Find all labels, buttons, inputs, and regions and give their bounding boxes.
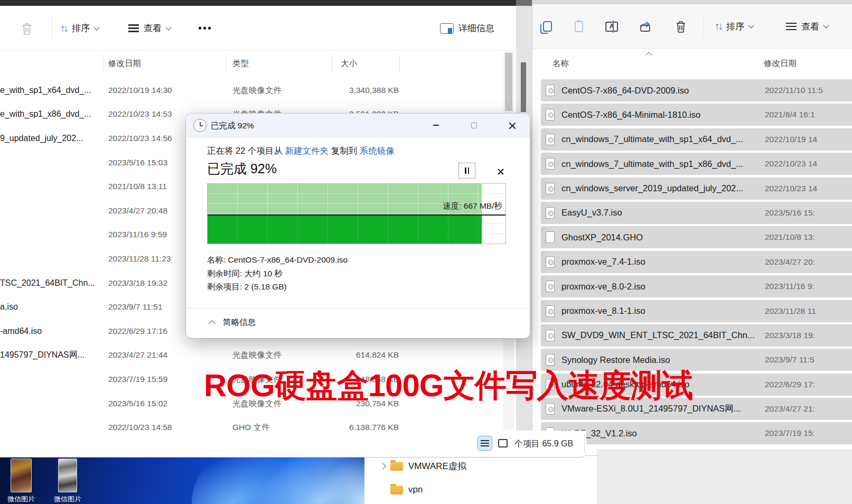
column-header-date[interactable]: 修改日期 <box>108 58 141 69</box>
left-scrollbar-thumb[interactable] <box>505 53 512 111</box>
selected-file-row[interactable]: proxmox-ve_8.0-2.iso2023/11/16 9: <box>541 275 852 297</box>
sort-arrows-icon: ↑↓ <box>715 21 722 32</box>
file-name: Synology Restore Media.iso <box>561 355 766 365</box>
toolbar-divider <box>52 17 53 40</box>
file-date: 2023/5/16 15: <box>765 208 815 218</box>
sort-button[interactable]: ↑↓ 排序 <box>715 4 753 49</box>
copy-icon <box>543 21 552 32</box>
column-header-type[interactable]: 类型 <box>232 58 249 69</box>
tree-item-vpn[interactable]: vpn <box>390 484 423 495</box>
close-button[interactable] <box>500 114 524 137</box>
selected-file-row[interactable]: CentOS-7-x86_64-Minimal-1810.iso2021/8/4… <box>541 104 852 126</box>
details-view-toggle-button[interactable] <box>495 436 510 451</box>
window-top-edge <box>0 0 516 6</box>
selected-file-row[interactable]: CentOS-7-x86_64-DVD-2009.iso2022/11/10 1… <box>541 79 852 101</box>
desktop-icon-wechat-image-1[interactable]: 微信图片 <box>1 459 41 504</box>
pause-button[interactable] <box>458 163 475 179</box>
view-button[interactable]: 查看 <box>128 6 171 51</box>
file-date: 2022/6/29 17: <box>765 380 815 389</box>
table-row[interactable]: e_with_sp1_x64_dvd_...2022/10/19 14:30光盘… <box>0 78 516 102</box>
file-date: 2022/10/23 14:56 <box>108 134 172 143</box>
selected-file-row[interactable]: SW_DVD9_WIN_ENT_LTSC_2021_64BIT_Chn...20… <box>541 324 852 347</box>
table-row[interactable]: 1495797_DIYNAS网...2023/4/27 21:44光盘映像文件6… <box>0 343 516 368</box>
file-name: GhostXP_2014.GHO <box>561 232 766 242</box>
copy-progress-dialog: 已完成 92% 正在将 22 个项目从 新建文件夹 复制到 系统镜像 已完成 9… <box>186 114 530 338</box>
disc-image-icon <box>546 109 555 120</box>
selected-file-row[interactable]: cn_windows_server_2019_updated_july_202.… <box>541 178 852 200</box>
destination-folder-link[interactable]: 系统镜像 <box>360 146 395 155</box>
file-size: 6,138,776 KB <box>314 423 399 431</box>
file-date: 2023/7/19 15: <box>765 428 815 438</box>
chevron-down-icon <box>748 22 754 28</box>
close-icon <box>509 122 516 129</box>
file-date: 2023/11/16 9: <box>765 282 814 291</box>
list-view-icon <box>481 443 489 444</box>
more-options-button[interactable]: ••• <box>198 6 212 51</box>
window-gap-top <box>516 0 532 6</box>
selected-file-row[interactable]: cn_windows_7_ultimate_with_sp1_x64_dvd_.… <box>541 128 852 151</box>
tree-item-vmware[interactable]: VMWARE虚拟 <box>380 460 466 472</box>
background-scrollbar-thumb[interactable] <box>521 62 526 112</box>
file-date: 2023/4/27 21:44 <box>108 350 167 360</box>
file-date: 2022/10/23 14:53 <box>108 109 172 119</box>
file-date: 2022/11/10 11:5 <box>765 86 823 95</box>
selected-file-row[interactable]: WePE_32_V1.2.iso2023/7/19 15: <box>541 422 852 444</box>
selected-file-row[interactable]: proxmox-ve_7.4-1.iso2023/4/27 20: <box>541 251 852 273</box>
column-header-name[interactable]: 名称 <box>553 58 569 69</box>
maximize-button[interactable] <box>462 114 486 137</box>
paste-icon <box>575 21 583 32</box>
file-date: 2021/8/4 16:1 <box>765 110 815 119</box>
cancel-button[interactable] <box>493 164 507 178</box>
trash-icon <box>675 20 687 33</box>
file-name: -amd64.iso <box>0 326 101 336</box>
item-count-and-size: 个项目 65.9 GB <box>514 438 573 450</box>
details-pane-label: 详细信息 <box>458 22 494 34</box>
tree-item-label: vpn <box>408 484 423 495</box>
sort-ascending-icon <box>645 52 652 59</box>
list-view-toggle-button[interactable] <box>478 436 492 451</box>
file-date: 2023/4/27 21: <box>765 404 815 414</box>
rename-button[interactable]: A <box>605 4 618 49</box>
file-date: 2021/10/8 13: <box>765 232 815 242</box>
details-pane-button[interactable]: 详细信息 <box>440 6 494 51</box>
column-header-date[interactable]: 修改日期 <box>764 58 797 69</box>
column-divider[interactable] <box>399 55 400 72</box>
left-column-headers: 修改日期 类型 大小 <box>0 51 516 77</box>
disc-image-icon <box>546 207 555 219</box>
sort-button[interactable]: ↑↓ 排序 <box>60 6 99 51</box>
column-divider[interactable] <box>226 55 227 72</box>
pause-icon <box>468 167 470 174</box>
column-divider[interactable] <box>332 55 332 72</box>
file-date: 2022/10/23 14 <box>765 184 817 193</box>
chevron-up-icon <box>209 320 216 327</box>
expand-chevron-icon[interactable] <box>379 463 386 470</box>
file-name: 1495797_DIYNAS网... <box>0 350 101 361</box>
delete-button[interactable] <box>675 4 687 49</box>
dialog-titlebar[interactable]: 已完成 92% <box>186 114 530 137</box>
minimize-button[interactable] <box>424 114 448 137</box>
share-button[interactable] <box>640 4 652 49</box>
delete-button[interactable] <box>21 6 33 51</box>
paste-button[interactable] <box>575 4 583 49</box>
table-row[interactable]: 2022/10/23 14:58GHO 文件6,138,776 KB <box>0 415 516 431</box>
desktop-icon-wechat-image-2[interactable]: 微信图片 <box>48 459 88 504</box>
file-name: e_with_sp1_x64_dvd_... <box>0 86 101 95</box>
selected-file-row[interactable]: GhostXP_2014.GHO2021/10/8 13: <box>541 226 852 248</box>
copy-description-prefix: 正在将 22 个项目从 <box>207 146 285 155</box>
tree-item-label: VMWARE虚拟 <box>408 460 466 472</box>
fewer-details-toggle[interactable]: 简略信息 <box>210 317 256 328</box>
source-folder-link[interactable]: 新建文件夹 <box>285 146 329 155</box>
selected-file-row[interactable]: cn_windows_7_ultimate_with_sp1_x86_dvd_.… <box>541 153 852 175</box>
disc-image-icon <box>546 281 555 292</box>
folder-icon <box>390 462 403 471</box>
view-label: 查看 <box>144 22 162 34</box>
file-date: 2023/4/27 20: <box>765 257 815 267</box>
view-lines-icon <box>128 27 139 29</box>
copy-button[interactable] <box>543 4 552 49</box>
column-header-size[interactable]: 大小 <box>341 58 357 69</box>
disc-image-icon <box>546 330 555 341</box>
selected-file-row[interactable]: proxmox-ve_8.1-1.iso2023/11/28 11 <box>541 300 852 322</box>
selected-file-row[interactable]: EasyU_v3.7.iso2023/5/16 15: <box>541 202 852 224</box>
view-button[interactable]: 查看 <box>786 4 828 49</box>
column-divider[interactable] <box>103 55 104 72</box>
